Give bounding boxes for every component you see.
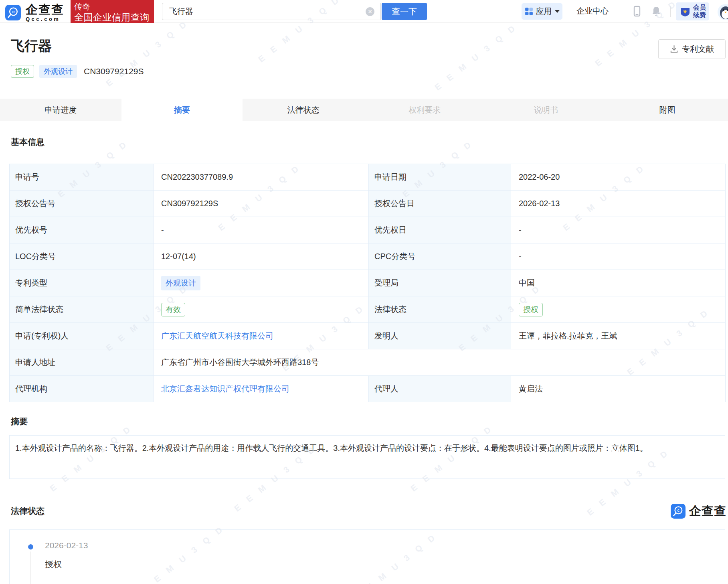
qcc-logo-icon: c [5,5,21,20]
divider [670,6,671,17]
field-value: 12-07(14) [154,243,369,270]
timeline-status: 授权 [45,559,62,570]
vip-label: 会员 续费 [693,4,706,19]
promo-banner: 传奇 全国企业信用查询 [71,0,154,23]
tab-claims: 权利要求 [364,99,485,121]
field-value: - [154,217,369,243]
mascot-avatar[interactable] [717,3,728,22]
vip-crown-icon [679,6,691,18]
field-value: 2022-06-20 [511,164,726,191]
chevron-down-icon [555,10,560,13]
table-row: 申请人地址 广东省广州市小谷围街大学城外环西路318号 [10,349,726,376]
vip-renew-button[interactable]: 会员 续费 [676,2,709,20]
search-bar: ✕ 查一下 [162,3,427,20]
promo-line2: 全国企业信用查询 [74,12,150,23]
title-badges: 授权 外观设计 CN309792129S [11,65,144,78]
download-icon [670,45,678,53]
agency-link[interactable]: 北京汇鑫君达知识产权代理有限公司 [161,384,289,393]
enterprise-center-link[interactable]: 企业中心 [576,6,609,16]
field-label: 授权公告号 [10,191,154,217]
divider [624,6,624,17]
legal-status-tag: 授权 [519,303,543,316]
field-label: 简单法律状态 [10,296,154,323]
field-value: CN202230377089.9 [154,164,369,191]
legal-status-timeline: 2026-02-13 授权 [9,529,725,584]
field-label: 授权公告日 [369,191,511,217]
brand-name-en: Qcc.com [26,16,64,22]
qcc-brand-label: 企查查 [689,503,726,519]
abstract-text: 1.本外观设计产品的名称：飞行器。2.本外观设计产品的用途：用作载人飞行的交通工… [9,435,725,479]
brand-name-cn: 企查查 [26,4,64,16]
apps-menu[interactable]: 应用 [522,3,562,20]
patent-type-tag[interactable]: 外观设计 [161,276,200,290]
field-label: 法律状态 [369,296,511,323]
field-value: 广东省广州市小谷围街大学城外环西路318号 [154,349,726,376]
simple-legal-status-tag: 有效 [161,303,185,316]
timeline-dot [28,544,33,550]
notifications-bell-icon[interactable] [650,5,662,19]
field-label: 优先权日 [369,217,511,243]
table-row: 代理机构 北京汇鑫君达知识产权代理有限公司 代理人 黄启法 [10,376,726,402]
tab-drawings[interactable]: 附图 [607,99,728,121]
field-label: 专利类型 [10,270,154,296]
abstract-heading: 摘要 [11,416,28,427]
field-value: 黄启法 [511,376,726,402]
field-label: CPC分类号 [369,243,511,270]
tab-bar: 申请进度 摘要 法律状态 权利要求 说明书 附图 [0,99,728,121]
table-row: 申请(专利权)人 广东汇天航空航天科技有限公司 发明人 王谭，菲拉格.拉菲克，王… [10,323,726,349]
field-value: CN309792129S [154,191,369,217]
field-value: 2026-02-13 [511,191,726,217]
field-label: 代理人 [369,376,511,402]
basic-info-heading: 基本信息 [11,136,44,148]
field-label: 发明人 [369,323,511,349]
mobile-app-icon[interactable] [631,5,643,19]
promo-line1: 传奇 [74,2,150,12]
search-input[interactable] [162,3,381,20]
field-label: 受理局 [369,270,511,296]
basic-info-table: 申请号 CN202230377089.9 申请日期 2022-06-20 授权公… [9,164,726,402]
patent-document-download-button[interactable]: 专利文献 [658,39,726,59]
field-value: - [511,243,726,270]
field-label: 申请号 [10,164,154,191]
table-row: 专利类型 外观设计 受理局 中国 [10,270,726,296]
apps-label: 应用 [536,6,552,17]
legal-status-heading: 法律状态 [11,505,44,517]
top-header: c 企查查 Qcc.com 传奇 全国企业信用查询 ✕ 查一下 应用 [0,0,728,23]
patent-detail-page: c 企查查 Qcc.com 传奇 全国企业信用查询 ✕ 查一下 应用 [0,0,728,584]
tab-description: 说明书 [485,99,607,121]
table-row: 简单法律状态 有效 法律状态 授权 [10,296,726,323]
svg-text:c: c [12,9,14,14]
timeline-line [30,552,31,584]
clear-search-icon[interactable]: ✕ [366,7,374,16]
field-label: 优先权号 [10,217,154,243]
tab-application-progress[interactable]: 申请进度 [0,99,121,121]
field-value: - [511,217,726,243]
search-button[interactable]: 查一下 [382,3,427,20]
field-label: 代理机构 [10,376,154,402]
apps-grid-icon [525,7,533,16]
tab-abstract[interactable]: 摘要 [121,99,243,121]
field-label: 申请日期 [369,164,511,191]
download-button-label: 专利文献 [682,44,714,55]
watermark-text: E E M U 3 Q D [433,22,520,92]
table-row: LOC分类号 12-07(14) CPC分类号 - [10,243,726,270]
field-value: 王谭，菲拉格.拉菲克，王斌 [511,323,726,349]
field-label: LOC分类号 [10,243,154,270]
table-row: 优先权号 - 优先权日 - [10,217,726,243]
patent-type-badge[interactable]: 外观设计 [39,65,77,78]
qcc-logo[interactable]: c 企查查 Qcc.com [5,4,64,22]
publication-number: CN309792129S [84,67,144,76]
qcc-logo-icon: c [671,504,686,519]
qcc-watermark-brand: c 企查查 [671,503,726,519]
field-label: 申请人地址 [10,349,154,376]
table-row: 申请号 CN202230377089.9 申请日期 2022-06-20 [10,164,726,191]
table-row: 授权公告号 CN309792129S 授权公告日 2026-02-13 [10,191,726,217]
svg-text:c: c [677,508,680,513]
field-value: 中国 [511,270,726,296]
page-title: 飞行器 [11,37,52,55]
tab-legal-status[interactable]: 法律状态 [243,99,364,121]
brand-text: 企查查 Qcc.com [26,4,64,22]
field-label: 申请(专利权)人 [10,323,154,349]
applicant-link[interactable]: 广东汇天航空航天科技有限公司 [161,331,273,340]
timeline-date: 2026-02-13 [45,541,88,550]
